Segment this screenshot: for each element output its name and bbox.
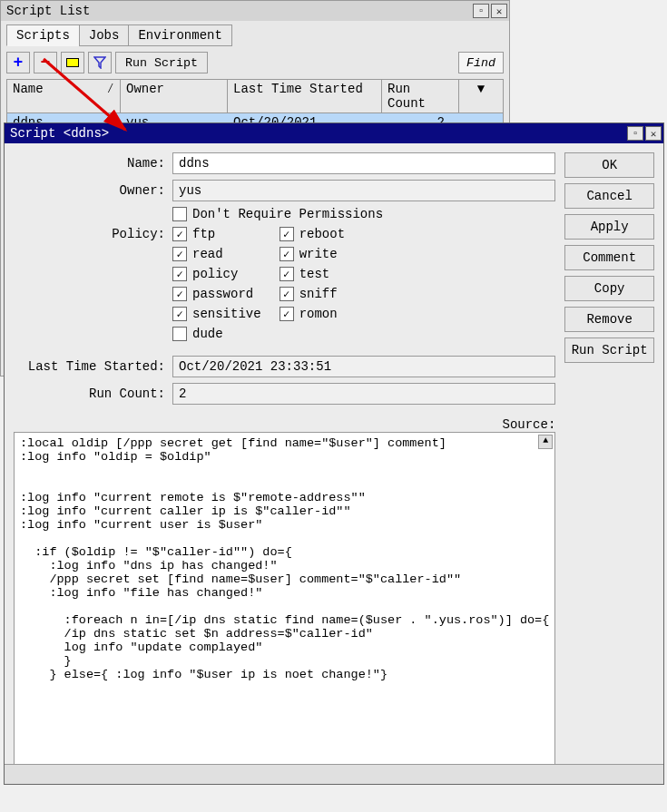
apply-button[interactable]: Apply	[564, 214, 654, 240]
cancel-button[interactable]: Cancel	[564, 183, 654, 209]
policy-romon-checkbox[interactable]	[280, 307, 294, 321]
policy-label: Policy:	[14, 227, 172, 241]
folder-button[interactable]	[61, 52, 84, 73]
policy-write-checkbox[interactable]	[280, 247, 294, 261]
last-started-label: Last Time Started:	[14, 359, 172, 374]
script-dialog: Script <ddns> ▫ ✕ Name: Owner: Don't Req…	[4, 122, 664, 785]
add-button[interactable]: +	[6, 52, 30, 73]
policy-sniff-checkbox[interactable]	[280, 287, 294, 301]
tab-environment[interactable]: Environment	[128, 24, 231, 46]
remove-button[interactable]: −	[34, 52, 57, 73]
col-name[interactable]: Name∕	[7, 80, 121, 113]
tab-jobs[interactable]: Jobs	[79, 24, 130, 46]
dont-require-checkbox[interactable]	[172, 207, 187, 221]
tab-scripts[interactable]: Scripts	[6, 24, 80, 46]
col-owner[interactable]: Owner	[121, 80, 228, 113]
toolbar: + − Run Script Find	[1, 46, 509, 79]
policy-reboot-checkbox[interactable]	[280, 227, 294, 241]
tabs-bar: Scripts Jobs Environment	[1, 21, 509, 46]
policy-test-checkbox[interactable]	[280, 267, 294, 281]
dialog-close-button[interactable]: ✕	[645, 126, 662, 141]
filter-button[interactable]	[88, 52, 112, 73]
col-run-count[interactable]: Run Count	[382, 80, 459, 113]
policy-ftp-checkbox[interactable]	[172, 227, 187, 241]
remove-dialog-button[interactable]: Remove	[564, 307, 654, 332]
policy-policy-checkbox[interactable]	[172, 267, 187, 281]
run-count-input	[172, 383, 555, 405]
policy-read-checkbox[interactable]	[172, 247, 187, 261]
owner-input	[172, 180, 555, 201]
name-input[interactable]	[172, 152, 555, 174]
dialog-titlebar: Script <ddns> ▫ ✕	[5, 123, 663, 143]
dont-require-label: Don't Require Permissions	[192, 207, 383, 221]
dialog-minimize-button[interactable]: ▫	[627, 126, 643, 141]
run-count-label: Run Count:	[14, 386, 172, 401]
parent-title: Script List	[6, 4, 90, 18]
owner-label: Owner:	[14, 183, 172, 198]
status-bar	[5, 764, 663, 784]
last-started-input	[172, 356, 555, 377]
source-textarea[interactable]: :local oldip [/ppp secret get [find name…	[14, 432, 555, 775]
scroll-up-icon[interactable]: ▲	[538, 435, 553, 449]
ok-button[interactable]: OK	[564, 152, 654, 178]
comment-button[interactable]: Comment	[564, 245, 654, 270]
find-button[interactable]: Find	[458, 52, 504, 73]
policy-sensitive-checkbox[interactable]	[172, 307, 187, 321]
name-label: Name:	[14, 156, 172, 171]
copy-button[interactable]: Copy	[564, 276, 654, 301]
dialog-title: Script <ddns>	[10, 126, 109, 141]
col-last-started[interactable]: Last Time Started	[228, 80, 382, 113]
minimize-button[interactable]: ▫	[473, 4, 489, 18]
parent-titlebar: Script List ▫ ✕	[1, 1, 509, 21]
close-button[interactable]: ✕	[491, 4, 507, 18]
run-script-dialog-button[interactable]: Run Script	[564, 338, 654, 363]
source-label: Source:	[14, 417, 555, 432]
policy-dude-checkbox[interactable]	[172, 327, 187, 341]
run-script-button[interactable]: Run Script	[115, 52, 208, 73]
col-menu[interactable]: ▼	[459, 80, 503, 113]
policy-password-checkbox[interactable]	[172, 287, 187, 301]
